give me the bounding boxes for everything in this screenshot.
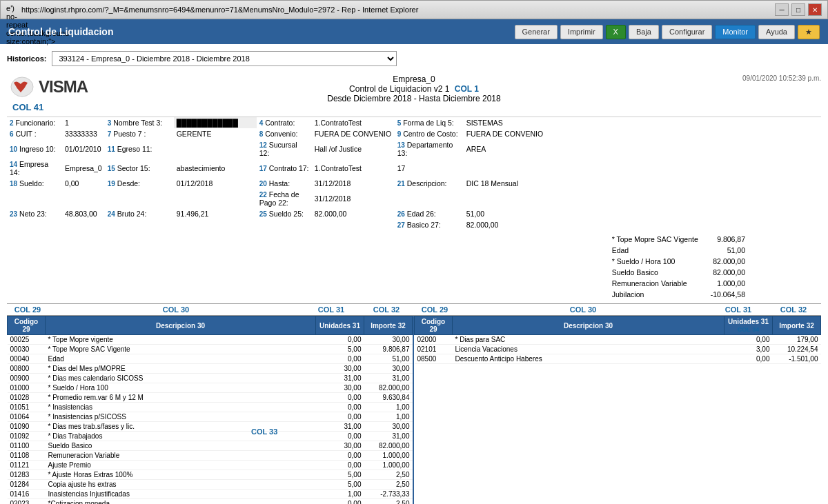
field-row-4: 14 Empresa 14: Empresa_0 15 Sector 15: a… (7, 159, 821, 178)
col32b-label: COL 32 (766, 305, 821, 314)
monitor-button[interactable]: Monitor (715, 25, 756, 39)
th-unidades-right: Unidades 31 COL 34 (724, 316, 773, 335)
field-row-1: 2 Funcionario: 1 3 Nombre Test 3: ██████… (7, 117, 821, 129)
f13-val: AREA (464, 139, 821, 159)
f11-val (174, 139, 257, 159)
left-table: Codigo 29 Descripcion 30 Unidades 31 Imp… (7, 316, 413, 504)
table-row: 01000 * Sueldo / Hora 100 30,00 82.000,0… (8, 383, 413, 393)
col30a-label: COL 30 (48, 305, 304, 314)
th-importe-left: Importe 32 (364, 316, 413, 335)
th-importe-right: Importe 32 (773, 316, 821, 335)
window-controls[interactable]: ─ □ ✕ (775, 3, 822, 16)
f22-val: 31/12/2018 (312, 189, 821, 208)
f20-val: 31/12/2018 (312, 178, 395, 189)
summary-row: Remuneracion Variable 1.000,00 (607, 279, 751, 288)
logo-col: VISMA COL 41 (7, 74, 145, 112)
table-row: 01064 * Inasistencias p/SICOSS 0,00 1,00 (8, 412, 413, 422)
th-codigo-right: Codigo 29 (415, 316, 453, 335)
col29b-label: COL 29 (414, 305, 455, 314)
tables-section: Codigo 29 Descripcion 30 Unidades 31 Imp… (7, 316, 821, 504)
ayuda-button[interactable]: Ayuda (758, 25, 795, 39)
table-row: 08500 Descuento Anticipo Haberes 0,00 -1… (415, 354, 821, 364)
f7-val: GERENTE (174, 128, 257, 139)
f6-val: 33333333 (62, 128, 105, 139)
historicos-label: Historicos: (7, 54, 46, 63)
table-row: 01284 Copia ajuste hs extras 5,00 2,50 (8, 480, 413, 490)
summary-row: * Sueldo / Hora 100 82.000,00 (607, 256, 751, 266)
summary-row: Jubilacion -10.064,58 (607, 290, 751, 299)
f8-val: FUERA DE CONVENIO (312, 128, 395, 139)
minimize-button[interactable]: ─ (775, 3, 789, 16)
title-bar: e') no-repeat center;background-size:con… (0, 0, 828, 19)
summary-row: Sueldo Basico 82.000,00 (607, 268, 751, 277)
field-row-6b: 27 Basico 27: 82.000,00 (7, 219, 821, 230)
restore-button[interactable]: □ (791, 3, 805, 16)
close-button[interactable]: ✕ (808, 3, 822, 16)
col41-label: COL 41 (12, 102, 43, 112)
configurar-button[interactable]: Configurar (662, 25, 712, 39)
col-labels-left: COL 29 COL 30 COL 31 COL 32 (7, 305, 414, 314)
col34-label: COL 34 (738, 326, 759, 333)
f3-val: ████████████ (174, 117, 257, 129)
table-row: 01108 Remuneracion Variable 0,00 1.000,0… (8, 451, 413, 461)
col1-label: COL 1 (455, 84, 479, 94)
summary-table: * Tope Mopre SAC Vigente 9.806,87 Edad 5… (605, 233, 752, 301)
baja-button[interactable]: Baja (629, 25, 659, 39)
summary-row: Edad 51,00 (607, 245, 751, 255)
left-table-header: Codigo 29 Descripcion 30 Unidades 31 Imp… (8, 316, 413, 335)
col-labels-right: COL 29 COL 30 COL 31 COL 32 (414, 305, 821, 314)
col29a-label: COL 29 (7, 305, 48, 314)
f17b-val: 17 (395, 159, 464, 178)
visma-text: VISMA (39, 77, 88, 97)
historicos-select[interactable]: 393124 - Empresa_0 - Diciembre 2018 - Di… (52, 51, 397, 66)
right-table: Codigo 29 Descripcion 30 Unidades 31 COL… (414, 316, 821, 364)
imprimir-button[interactable]: Imprimir (560, 25, 603, 39)
visma-logo: VISMA (7, 74, 145, 99)
table-row: 01028 * Promedio rem.var 6 M y 12 M 0,00… (8, 393, 413, 403)
table-row: 01092 * Dias Trabajados 0,00 31,00 (8, 432, 413, 441)
window-title: https://loginst.rhpro.com/?_M=&menumsnro… (21, 6, 418, 14)
table-row: 00800 * Dias del Mes p/MOPRE 30,00 30,00 (8, 364, 413, 374)
f17-val: 1.ContratoTest (312, 159, 395, 178)
table-row: 02000 * Dias para SAC 0,00 179,00 (415, 335, 821, 345)
col31a-label: COL 31 (304, 305, 359, 314)
f10-val: 01/01/2010 (62, 139, 105, 159)
f15-val: abastecimiento (174, 159, 257, 178)
right-table-body: 02000 * Dias para SAC 0,00 179,00 02101 … (415, 335, 821, 364)
favorite-button[interactable]: ★ (798, 25, 820, 39)
app-title: Control de Liquidacion (8, 26, 113, 37)
f19-val: 01/12/2018 (174, 178, 257, 189)
f18-val: 0,00 (62, 178, 105, 189)
table-row: 00040 Edad 0,00 51,00 (8, 354, 413, 364)
f5-val: SISTEMAS (464, 117, 821, 129)
table-row: 00900 * Dias mes calendario SICOSS 31,00… (8, 374, 413, 383)
table-row: 00030 * Tope Mopre SAC Vigente 5,00 9.80… (8, 345, 413, 354)
field-row-6: 23 Neto 23: 48.803,00 24 Bruto 24: 91.49… (7, 208, 821, 219)
field-row-2: 6 CUIT : 33333333 7 Puesto 7 : GERENTE 8… (7, 128, 821, 139)
excel-button[interactable]: X (606, 25, 626, 39)
timestamp-col: 09/01/2020 10:52:39 p.m. (683, 74, 821, 82)
table-row: 01283 * Ajuste Horas Extras 100% 5,00 2,… (8, 470, 413, 480)
table-row: 02101 Licencia Vacaciones 3,00 10.224,54 (415, 345, 821, 354)
f2-val: 1 (62, 117, 105, 129)
table-row: 01416 Inasistencias Injustificadas 1,00 … (8, 490, 413, 499)
summary-section: * Tope Mopre SAC Vigente 9.806,87 Edad 5… (7, 233, 821, 301)
f25-val: 82.000,00 (312, 208, 395, 219)
f24-val: 91.496,21 (174, 208, 257, 219)
doc-title-line: Control de Liquidacion v2 1 COL 1 (145, 84, 683, 94)
generar-button[interactable]: Generar (515, 25, 558, 39)
page-header: VISMA COL 41 Empresa_0 Control de Liquid… (7, 74, 821, 112)
doc-header-center: Empresa_0 Control de Liquidacion v2 1 CO… (145, 74, 683, 103)
visma-icon (7, 74, 34, 99)
col30b-label: COL 30 (455, 305, 711, 314)
historicos-row: Historicos: 393124 - Empresa_0 - Diciemb… (7, 51, 821, 66)
timestamp: 09/01/2020 10:52:39 p.m. (683, 74, 821, 82)
field-row-5b: 22 Fecha de Pago 22: 31/12/2018 (7, 189, 821, 208)
f26-val: 51,00 (464, 208, 821, 219)
excel-icon: X (613, 28, 618, 36)
f9-val: FUERA DE CONVENIO (464, 128, 821, 139)
summary-row: * Tope Mopre SAC Vigente 9.806,87 (607, 234, 751, 244)
left-table-body: 00025 * Tope Mopre vigente 0,00 30,00 00… (8, 335, 413, 505)
col32a-label: COL 32 (359, 305, 414, 314)
table-row: 01121 Ajuste Premio 0,00 1.000,00 (8, 461, 413, 470)
